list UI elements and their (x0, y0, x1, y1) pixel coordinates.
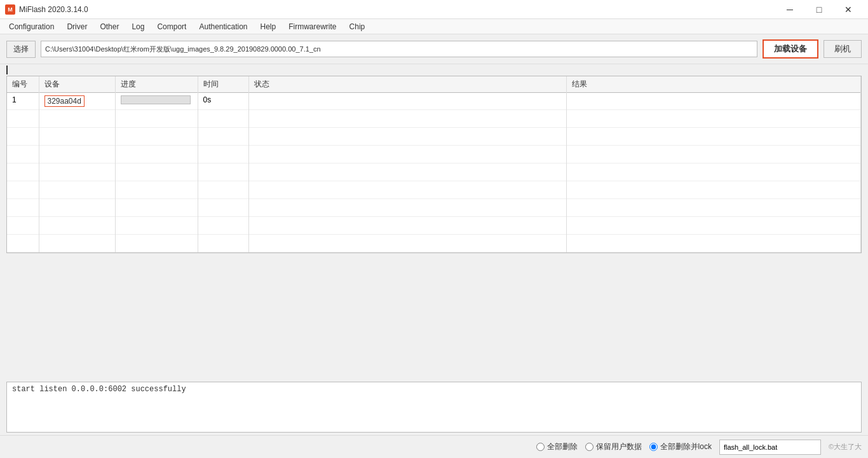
progress-cursor (6, 66, 8, 74)
radio-all-delete[interactable] (536, 443, 545, 451)
header-status: 状态 (248, 76, 566, 93)
radio-delete-lock[interactable] (649, 443, 658, 451)
header-result: 结果 (566, 76, 861, 93)
header-progress: 进度 (115, 76, 198, 93)
table-row (7, 199, 861, 217)
device-id: 329aa04d (44, 95, 85, 107)
table-row (7, 163, 861, 181)
row-progress (115, 93, 198, 110)
table-row (7, 128, 861, 146)
maximize-button[interactable]: □ (804, 0, 834, 19)
load-device-button[interactable]: 加载设备 (763, 39, 818, 59)
menu-help[interactable]: Help (254, 20, 283, 34)
file-path-input[interactable] (41, 41, 757, 57)
header-number: 编号 (7, 76, 39, 93)
radio-keep-user[interactable] (585, 443, 593, 451)
flash-button[interactable]: 刷机 (824, 40, 862, 58)
table-row (7, 235, 861, 253)
progress-row (0, 64, 868, 76)
table-body: 1 329aa04d 0s (7, 93, 861, 253)
table-header-row: 编号 设备 进度 时间 状态 结果 (7, 76, 861, 93)
radio-group-delete-lock: 全部删除并lock (649, 441, 712, 452)
close-button[interactable]: ✕ (834, 0, 863, 19)
table-row (7, 146, 861, 163)
title-bar: M MiFlash 2020.3.14.0 ─ □ ✕ (0, 0, 868, 19)
minimize-button[interactable]: ─ (775, 0, 804, 19)
menu-chip[interactable]: Chip (343, 20, 372, 34)
device-table-container: 编号 设备 进度 时间 状态 结果 1 329aa04d 0s (6, 76, 862, 253)
menu-comport[interactable]: Comport (151, 20, 193, 34)
menu-firmwarewrite[interactable]: Firmwarewrite (282, 20, 342, 34)
row-number: 1 (7, 93, 39, 110)
select-button[interactable]: 选择 (6, 41, 36, 58)
device-table: 编号 设备 进度 时间 状态 结果 1 329aa04d 0s (7, 76, 861, 253)
menu-other[interactable]: Other (93, 20, 125, 34)
menu-driver[interactable]: Driver (60, 20, 93, 34)
header-time: 时间 (198, 76, 248, 93)
table-row (7, 110, 861, 128)
radio-group-keep-user: 保留用户数据 (585, 441, 642, 452)
middle-area (0, 253, 868, 382)
table-row: 1 329aa04d 0s (7, 93, 861, 110)
row-device: 329aa04d (39, 93, 115, 110)
log-area[interactable]: start listen 0.0.0.0:6002 successfully (6, 382, 862, 433)
radio-delete-lock-label[interactable]: 全部删除并lock (660, 441, 712, 452)
row-result (566, 93, 861, 110)
title-controls: ─ □ ✕ (775, 0, 863, 19)
flash-script-input[interactable] (719, 440, 821, 455)
radio-all-delete-label[interactable]: 全部删除 (547, 441, 578, 452)
app-icon: M (5, 4, 15, 15)
table-row (7, 217, 861, 235)
menu-bar: Configuration Driver Other Log Comport A… (0, 19, 868, 34)
row-status (248, 93, 566, 110)
progress-bar-container (121, 95, 191, 104)
header-device: 设备 (39, 76, 115, 93)
watermark: ©大生了大 (829, 442, 862, 452)
menu-authentication[interactable]: Authentication (193, 20, 254, 34)
app-icon-letter: M (8, 6, 13, 13)
log-content: start listen 0.0.0.0:6002 successfully (12, 385, 856, 394)
radio-group-all-delete: 全部删除 (536, 441, 578, 452)
menu-log[interactable]: Log (125, 20, 151, 34)
row-time: 0s (198, 93, 248, 110)
app-title: MiFlash 2020.3.14.0 (19, 5, 88, 14)
radio-keep-user-label[interactable]: 保留用户数据 (596, 441, 642, 452)
menu-configuration[interactable]: Configuration (3, 20, 60, 34)
toolbar: 选择 加载设备 刷机 (0, 34, 868, 64)
table-row (7, 181, 861, 199)
bottom-bar: 全部删除 保留用户数据 全部删除并lock ©大生了大 (0, 435, 868, 458)
title-bar-left: M MiFlash 2020.3.14.0 (5, 4, 88, 15)
